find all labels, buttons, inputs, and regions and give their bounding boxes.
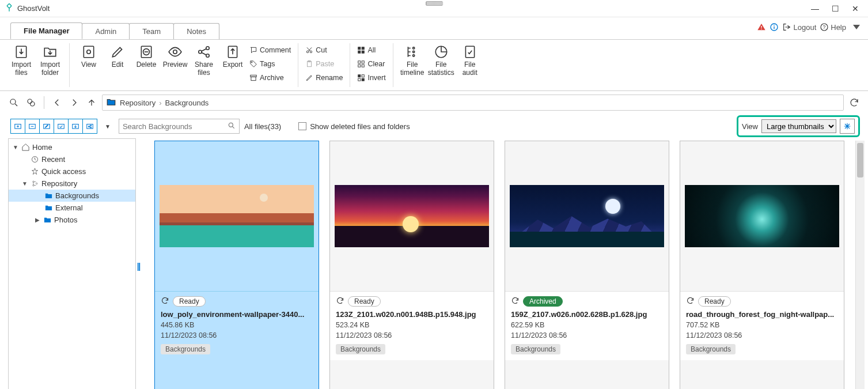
view-extra-button[interactable] — [840, 119, 855, 134]
status-pill: Ready — [348, 296, 381, 307]
download-folder-button[interactable] — [68, 119, 83, 134]
breadcrumb-root[interactable]: Repository — [120, 99, 156, 107]
file-card[interactable]: Archived 159Z_2107.w026.n002.628B.p1.628… — [505, 141, 669, 389]
refresh-status-icon[interactable] — [511, 296, 520, 307]
refresh-status-icon[interactable] — [336, 296, 344, 307]
rename-button[interactable]: Rename — [303, 71, 345, 85]
window-grip[interactable] — [426, 1, 443, 6]
comment-button[interactable]: Comment — [247, 43, 293, 57]
tab-notes[interactable]: Notes — [173, 23, 219, 39]
svg-rect-0 — [761, 26, 762, 28]
select-invert-label: Invert — [367, 74, 385, 82]
file-audit-button[interactable]: File audit — [456, 43, 484, 78]
tree-repository-label: Repository — [41, 179, 77, 188]
logout-button[interactable]: Logout — [782, 22, 816, 32]
tree-external[interactable]: External — [9, 202, 135, 214]
svg-point-41 — [10, 99, 16, 104]
card-meta: Archived 159Z_2107.w026.n002.628B.p1.628… — [505, 291, 669, 360]
import-folder-button[interactable]: Import folder — [36, 43, 65, 78]
nav-back-button[interactable] — [50, 96, 64, 109]
edit-folder-button[interactable] — [39, 119, 54, 134]
folder-dropdown-caret-icon[interactable]: ▼ — [101, 123, 114, 130]
svg-rect-34 — [358, 78, 361, 81]
export-button[interactable]: Export — [218, 43, 247, 70]
close-button[interactable]: ✕ — [852, 4, 859, 13]
tab-file-manager[interactable]: File Manager — [10, 22, 82, 39]
alert-info-icon[interactable] — [770, 22, 779, 32]
thumbnail — [330, 141, 494, 291]
tree-backgrounds[interactable]: Backgrounds — [9, 190, 135, 202]
file-name: low_poly_environment-wallpaper-3440... — [161, 310, 313, 319]
refresh-button[interactable] — [847, 96, 861, 109]
file-card[interactable]: Ready road_through_forest_fog_night-wall… — [680, 141, 844, 389]
tree-repository[interactable]: ▼Repository — [9, 177, 135, 190]
tree-home[interactable]: ▼Home — [9, 141, 135, 153]
scrollbar[interactable] — [855, 141, 865, 389]
sidebar-resize-handle[interactable]: ||| — [136, 138, 141, 389]
search-submit-icon[interactable] — [228, 122, 236, 131]
view-select[interactable]: Large thumbnails — [761, 119, 836, 133]
file-tag: Backgrounds — [336, 344, 385, 354]
share-folder-button[interactable] — [82, 119, 97, 134]
edit-button[interactable]: Edit — [103, 43, 132, 70]
search-input[interactable] — [123, 122, 228, 131]
remove-folder-button[interactable] — [25, 119, 40, 134]
scrollbar-thumb[interactable] — [857, 143, 863, 177]
header-menu-caret-icon[interactable] — [853, 25, 860, 29]
tab-admin[interactable]: Admin — [82, 23, 130, 39]
breadcrumb-current[interactable]: Backgrounds — [165, 99, 209, 107]
help-button[interactable]: ? Help — [820, 22, 846, 32]
cut-button[interactable]: Cut — [303, 43, 345, 57]
import-files-button[interactable]: Import files — [7, 43, 36, 78]
check-folder-button[interactable] — [54, 119, 69, 134]
select-clear-button[interactable]: Clear — [355, 57, 388, 71]
refresh-status-icon[interactable] — [686, 296, 695, 307]
delete-button[interactable]: Delete — [132, 43, 161, 70]
alert-warning-icon[interactable] — [757, 22, 766, 32]
file-filter-label[interactable]: All files(33) — [244, 122, 281, 131]
advanced-search-icon[interactable] — [24, 96, 38, 109]
select-invert-button[interactable]: Invert — [355, 71, 388, 85]
svg-point-13 — [199, 50, 202, 53]
show-deleted-checkbox[interactable]: Show deleted files and folders — [298, 122, 410, 131]
breadcrumb[interactable]: Repository › Backgrounds — [102, 95, 844, 111]
file-name: road_through_forest_fog_night-wallpap... — [686, 310, 838, 319]
svg-point-36 — [412, 47, 414, 49]
share-files-button[interactable]: Share files — [189, 43, 218, 78]
view-button[interactable]: View — [74, 43, 103, 70]
file-timeline-button[interactable]: File timeline — [398, 43, 427, 78]
thumbnail-image — [510, 185, 664, 247]
help-label: Help — [831, 23, 846, 32]
file-statistics-button[interactable]: File statistics — [427, 43, 456, 78]
file-size: 622.59 KB — [511, 320, 663, 331]
tree-home-label: Home — [32, 143, 52, 152]
file-date: 11/12/2023 08:56 — [511, 331, 663, 341]
content-pane: Ready low_poly_environment-wallpaper-344… — [141, 138, 868, 389]
nav-up-button[interactable] — [85, 96, 98, 109]
minimize-button[interactable]: — — [811, 4, 819, 13]
tree-photos[interactable]: ▶Photos — [9, 214, 135, 226]
ribbon: Import files Import folder View Edit Del… — [0, 39, 868, 91]
svg-rect-3 — [774, 25, 775, 25]
search-icon[interactable] — [7, 96, 21, 109]
file-card[interactable]: Ready low_poly_environment-wallpaper-344… — [154, 141, 319, 389]
maximize-button[interactable]: ☐ — [832, 4, 839, 13]
tree-quick-access[interactable]: Quick access — [9, 165, 135, 177]
refresh-status-icon[interactable] — [161, 296, 169, 307]
tab-team[interactable]: Team — [129, 23, 174, 39]
tags-button[interactable]: Tags — [247, 57, 293, 71]
tree-recent[interactable]: Recent — [9, 153, 135, 165]
svg-rect-24 — [358, 47, 361, 50]
select-all-button[interactable]: All — [355, 43, 388, 57]
svg-point-9 — [87, 50, 91, 54]
view-label: View — [742, 122, 758, 131]
status-pill: Archived — [523, 296, 563, 307]
archive-button[interactable]: Archive — [247, 71, 293, 85]
tree-photos-label: Photos — [54, 216, 77, 224]
tree-recent-label: Recent — [41, 155, 65, 164]
file-card[interactable]: Ready 123Z_2101.w020.n001.948B.p15.948.j… — [329, 141, 494, 389]
import-folder-label: Import folder — [40, 61, 60, 77]
preview-button[interactable]: Preview — [161, 43, 189, 70]
add-folder-button[interactable] — [10, 119, 25, 134]
nav-forward-button[interactable] — [67, 96, 81, 109]
